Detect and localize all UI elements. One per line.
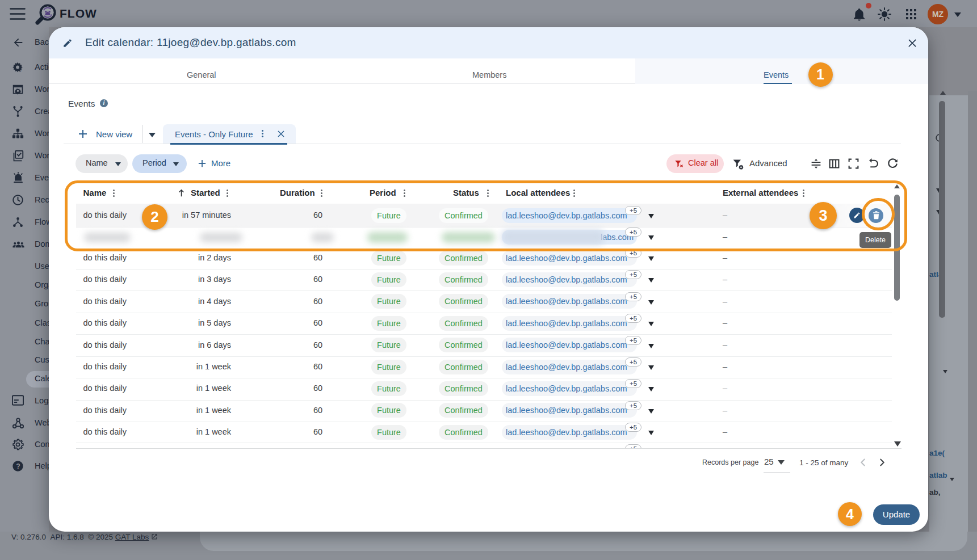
- svg-text:?: ?: [16, 462, 20, 470]
- svg-text:c: c: [19, 68, 22, 73]
